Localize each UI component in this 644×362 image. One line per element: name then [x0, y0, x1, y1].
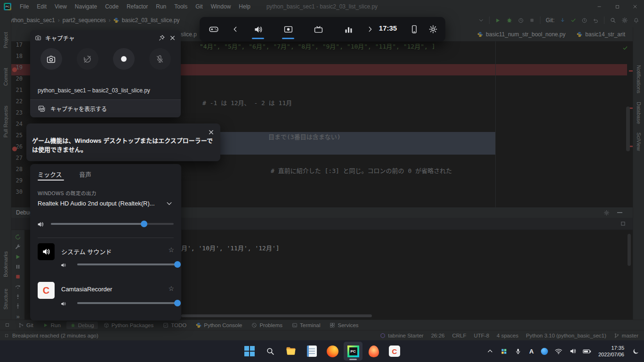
- app-volume-slider[interactable]: [77, 261, 181, 268]
- taskbar-clock[interactable]: 17:35 2022/07/06: [598, 345, 624, 358]
- tray-blue-app-button[interactable]: [540, 345, 549, 358]
- volume-button[interactable]: [568, 345, 578, 358]
- pin-icon[interactable]: [158, 34, 165, 41]
- capture-widget-title: キャプチャ: [45, 33, 154, 42]
- ime-mode-indicator[interactable]: A: [528, 348, 535, 355]
- taskbar-search-button[interactable]: [261, 342, 280, 361]
- audio-app-list: システム サウンド☆CCamtasiaRecorder☆: [38, 164, 174, 321]
- broadcast-icon: [314, 25, 323, 34]
- slider-fill: [77, 302, 177, 304]
- active-app-indicator: [349, 359, 357, 360]
- focus-assist-button[interactable]: [631, 345, 640, 358]
- gamebar-clock: 17:35: [373, 24, 403, 32]
- audio-widget: ミックス 音声 WINDOWS の既定の出力 Realtek HD Audio …: [30, 164, 181, 321]
- screenshot-button[interactable]: [40, 48, 62, 70]
- notes-app-button[interactable]: [302, 342, 321, 361]
- windows-logo-icon: [244, 346, 255, 356]
- capture-source-title: python_basic_sec1 – basic2_03_list_slice…: [38, 87, 176, 94]
- folder-icon: [285, 346, 297, 357]
- capture-buttons: [30, 48, 181, 70]
- speaker-icon: [253, 25, 263, 34]
- pycharm-button[interactable]: [344, 342, 362, 361]
- windows-taskbar: C A 17:35 2022/07/06: [0, 340, 644, 362]
- record-last-icon: [82, 54, 92, 64]
- microphone-icon: [515, 348, 522, 355]
- record-button[interactable]: [113, 48, 135, 70]
- chevron-up-icon: [487, 348, 493, 354]
- active-widget-indicator: [252, 38, 264, 39]
- collapse-left-button[interactable]: [229, 23, 242, 36]
- colored-grid-icon: [500, 348, 507, 355]
- app-volume-slider[interactable]: [77, 300, 181, 306]
- favorite-star-icon[interactable]: ☆: [168, 285, 174, 292]
- close-icon[interactable]: [169, 34, 176, 41]
- show-captures-button[interactable]: キャプチャを表示する: [30, 99, 181, 117]
- toast-close-button[interactable]: [206, 127, 216, 137]
- master-volume-slider[interactable]: [51, 221, 174, 227]
- slider-thumb[interactable]: [174, 300, 181, 306]
- camtasia-app-icon: C: [38, 282, 55, 299]
- capture-widget-icon: [35, 34, 41, 41]
- capture-widget-header: キャプチャ: [30, 30, 181, 45]
- gamebar-settings-button[interactable]: [427, 23, 440, 36]
- blue-app-icon: [541, 348, 548, 355]
- phone-link-button[interactable]: [408, 23, 421, 36]
- network-button[interactable]: [554, 345, 564, 358]
- moon-icon: [632, 348, 639, 355]
- tray-mic-button[interactable]: [514, 345, 523, 358]
- notes-icon: [307, 346, 317, 357]
- gamepad-icon: [209, 24, 219, 34]
- camtasia-button[interactable]: C: [385, 342, 404, 361]
- capture-widget: キャプチャ python_basic_sec1 – basic2_03_list…: [30, 30, 181, 117]
- record-dot-icon: [119, 54, 129, 64]
- search-icon: [266, 346, 275, 356]
- audio-app-name: CamtasiaRecorder: [61, 286, 112, 293]
- capture-widget-button[interactable]: [282, 23, 295, 36]
- audio-widget-button[interactable]: [251, 23, 265, 36]
- camtasia-logo: C: [43, 285, 49, 296]
- gamebar-toast: ゲーム機能は、Windows デスクトップまたはエクスプローラーでは使用できませ…: [26, 123, 220, 161]
- clock-date: 2022/07/06: [598, 351, 624, 358]
- clock-time: 17:35: [598, 345, 624, 351]
- slider-fill: [77, 263, 177, 265]
- wifi-icon: [555, 347, 563, 355]
- show-captures-label: キャプチャを表示する: [50, 105, 107, 113]
- gamebar-topbar: 17:35: [200, 17, 445, 41]
- speaker-icon: [41, 247, 51, 256]
- system-tray: A 17:35 2022/07/06: [485, 345, 640, 358]
- chevron-left-icon: [232, 25, 239, 33]
- speaker-icon: [60, 262, 66, 268]
- gear-icon: [428, 25, 438, 34]
- camera-icon: [46, 54, 56, 64]
- speaker-icon: [569, 347, 577, 355]
- speaker-icon: [60, 301, 66, 307]
- mic-off-icon: [155, 54, 165, 64]
- orange-app-button[interactable]: [364, 342, 383, 361]
- tray-app-button[interactable]: [499, 345, 509, 358]
- audio-app-row: システム サウンド☆: [38, 243, 174, 281]
- tray-expand-button[interactable]: [485, 345, 495, 358]
- widgets-menu-button[interactable]: [207, 23, 220, 36]
- battery-button[interactable]: [582, 345, 592, 358]
- slider-thumb[interactable]: [174, 261, 181, 268]
- record-last-button[interactable]: [77, 48, 98, 70]
- flame-app-icon: [369, 346, 379, 357]
- start-button[interactable]: [240, 342, 259, 361]
- file-explorer-button[interactable]: [282, 342, 300, 361]
- firefox-button[interactable]: [323, 342, 342, 361]
- toast-message: ゲーム機能は、Windows デスクトップまたはエクスプローラーでは使用できませ…: [32, 137, 213, 155]
- gallery-icon: [38, 105, 46, 113]
- pycharm-icon: [347, 346, 359, 357]
- audio-app-name: システム サウンド: [61, 247, 112, 256]
- slider-thumb[interactable]: [141, 221, 147, 227]
- close-icon: [208, 129, 215, 136]
- favorite-star-icon[interactable]: ☆: [168, 246, 174, 254]
- performance-widget-button[interactable]: [342, 23, 355, 36]
- broadcast-widget-button[interactable]: [312, 23, 325, 36]
- capture-icon: [283, 25, 293, 34]
- mic-toggle-button[interactable]: [149, 48, 171, 70]
- system-sounds-icon: [38, 243, 55, 260]
- taskbar-center: C: [240, 342, 404, 361]
- slider-fill: [51, 223, 144, 225]
- performance-icon: [344, 25, 354, 34]
